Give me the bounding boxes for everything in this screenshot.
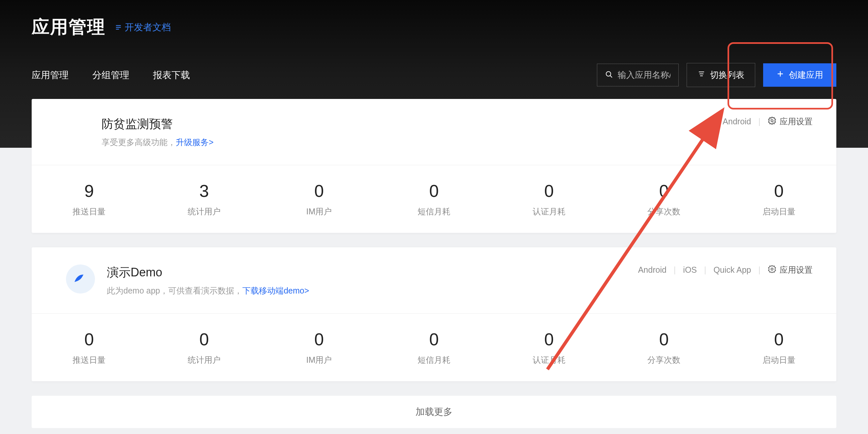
stat-cell: 0IM用户 <box>261 330 377 365</box>
stat-cell: 3统计用户 <box>147 181 262 217</box>
app-meta: Android | 应用设置 <box>722 116 813 127</box>
stat-label: 统计用户 <box>147 206 262 217</box>
stat-label: 推送日量 <box>32 354 147 365</box>
platform-tag[interactable]: iOS <box>683 265 697 275</box>
stat-cell: 0短信月耗 <box>377 330 492 365</box>
stat-value: 0 <box>491 330 607 349</box>
load-more-button[interactable]: 加载更多 <box>32 396 836 428</box>
stat-cell: 0推送日量 <box>32 330 147 365</box>
divider: | <box>758 265 761 275</box>
stat-value: 0 <box>32 330 147 349</box>
svg-marker-13 <box>768 266 776 273</box>
search-input[interactable] <box>618 70 671 80</box>
app-icon <box>66 265 95 293</box>
stat-label: 分享次数 <box>607 206 721 217</box>
stat-cell: 0认证月耗 <box>491 330 607 365</box>
stat-value: 0 <box>721 181 836 201</box>
gear-icon <box>768 265 776 275</box>
stat-cell: 0统计用户 <box>147 330 262 365</box>
stat-cell: 0分享次数 <box>607 181 721 217</box>
svg-point-3 <box>606 71 611 76</box>
developer-docs-label: 开发者文档 <box>125 21 171 34</box>
tabs: 应用管理 分组管理 报表下载 <box>32 66 190 84</box>
app-name: 防贫监测预警 <box>101 116 214 132</box>
platform-tag[interactable]: Quick App <box>714 265 751 275</box>
stat-cell: 9推送日量 <box>32 181 147 217</box>
divider: | <box>704 265 706 275</box>
stat-value: 9 <box>32 181 147 201</box>
stat-label: 认证月耗 <box>491 354 607 365</box>
stat-value: 0 <box>261 330 377 349</box>
page-title: 应用管理 <box>32 15 105 39</box>
app-card-header: 演示Demo 此为demo app，可供查看演示数据，下载移动端demo> An… <box>32 247 836 313</box>
stat-cell: 0启动日量 <box>721 330 836 365</box>
stat-cell: 0认证月耗 <box>491 181 607 217</box>
create-app-button[interactable]: 创建应用 <box>763 63 836 87</box>
stats-row: 9推送日量 3统计用户 0IM用户 0短信月耗 0认证月耗 0分享次数 0启动日… <box>32 165 836 233</box>
svg-point-12 <box>771 268 773 270</box>
app-card-header: 防贫监测预警 享受更多高级功能，升级服务> Android | <box>32 99 836 165</box>
stat-label: 短信月耗 <box>377 206 492 217</box>
stat-label: 分享次数 <box>607 354 721 365</box>
switch-list-button[interactable]: 切换列表 <box>687 63 755 87</box>
stat-label: 认证月耗 <box>491 206 607 217</box>
app-settings-label: 应用设置 <box>780 116 813 127</box>
toolbar-row: 应用管理 分组管理 报表下载 <box>32 63 836 87</box>
stat-cell: 0启动日量 <box>721 181 836 217</box>
app-desc: 此为demo app，可供查看演示数据，下载移动端demo> <box>107 285 309 296</box>
stat-value: 0 <box>147 330 262 349</box>
app-meta: Android | iOS | Quick App | 应用设置 <box>638 265 813 275</box>
stat-label: 统计用户 <box>147 354 262 365</box>
tab-report-download[interactable]: 报表下载 <box>153 66 190 84</box>
stat-label: 启动日量 <box>721 354 836 365</box>
stat-label: 启动日量 <box>721 206 836 217</box>
app-info: 演示Demo 此为demo app，可供查看演示数据，下载移动端demo> <box>55 265 309 296</box>
search-icon <box>605 70 613 80</box>
gear-icon <box>768 116 776 127</box>
plus-icon <box>776 70 784 80</box>
toolbar-actions: 切换列表 创建应用 <box>597 63 836 87</box>
stats-row: 0推送日量 0统计用户 0IM用户 0短信月耗 0认证月耗 0分享次数 0启动日… <box>32 313 836 381</box>
app-settings-link[interactable]: 应用设置 <box>768 116 813 127</box>
stat-value: 0 <box>491 181 607 201</box>
download-demo-link[interactable]: 下载移动端demo> <box>242 286 309 295</box>
stat-cell: 0分享次数 <box>607 330 721 365</box>
platform-tag[interactable]: Android <box>722 117 751 126</box>
app-desc-text: 此为demo app，可供查看演示数据， <box>107 286 242 295</box>
app-settings-label: 应用设置 <box>780 265 813 275</box>
app-card: 防贫监测预警 享受更多高级功能，升级服务> Android | <box>32 99 836 233</box>
tab-app-management[interactable]: 应用管理 <box>32 66 69 84</box>
menu-icon <box>698 70 705 80</box>
search-box[interactable] <box>597 64 679 86</box>
platform-tag[interactable]: Android <box>638 265 666 275</box>
stat-value: 0 <box>377 181 492 201</box>
stat-label: IM用户 <box>261 206 377 217</box>
stat-value: 0 <box>377 330 492 349</box>
svg-line-4 <box>610 75 612 78</box>
app-name: 演示Demo <box>107 265 309 281</box>
stat-value: 0 <box>261 181 377 201</box>
stat-label: 推送日量 <box>32 206 147 217</box>
content: 防贫监测预警 享受更多高级功能，升级服务> Android | <box>0 99 868 428</box>
developer-docs-link[interactable]: 开发者文档 <box>115 21 171 34</box>
switch-list-label: 切换列表 <box>710 69 744 81</box>
stat-cell: 0IM用户 <box>261 181 377 217</box>
stat-value: 0 <box>607 330 721 349</box>
divider: | <box>674 265 676 275</box>
app-desc: 享受更多高级功能，升级服务> <box>101 137 214 148</box>
upgrade-link[interactable]: 升级服务> <box>176 137 214 147</box>
tab-group-management[interactable]: 分组管理 <box>92 66 129 84</box>
app-card: 演示Demo 此为demo app，可供查看演示数据，下载移动端demo> An… <box>32 247 836 381</box>
divider: | <box>758 117 761 126</box>
stat-label: IM用户 <box>261 354 377 365</box>
stat-cell: 0短信月耗 <box>377 181 492 217</box>
app-info: 防贫监测预警 享受更多高级功能，升级服务> <box>55 116 214 148</box>
stat-value: 3 <box>147 181 262 201</box>
svg-marker-11 <box>768 117 776 124</box>
app-settings-link[interactable]: 应用设置 <box>768 265 813 275</box>
app-desc-text: 享受更多高级功能， <box>101 137 176 147</box>
stat-value: 0 <box>607 181 721 201</box>
create-app-label: 创建应用 <box>789 69 823 81</box>
list-icon <box>115 24 122 31</box>
title-row: 应用管理 开发者文档 <box>32 15 836 39</box>
